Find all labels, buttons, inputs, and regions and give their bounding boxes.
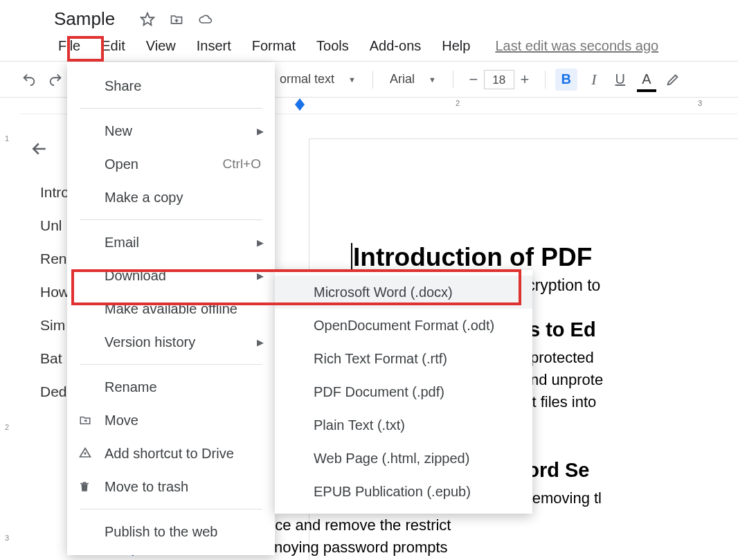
move-folder-icon[interactable]: [169, 12, 184, 27]
trash-icon: [78, 480, 95, 494]
menu-file[interactable]: File: [50, 34, 89, 58]
font-family-value: Arial: [390, 72, 415, 87]
first-line-indent-marker[interactable]: [295, 98, 305, 105]
redo-button[interactable]: [46, 70, 65, 89]
submenu-arrow-icon: ▶: [257, 271, 264, 281]
menu-item-move-to-trash[interactable]: Move to trash: [67, 470, 275, 503]
menu-addons[interactable]: Add-ons: [361, 34, 430, 58]
menu-item-move[interactable]: Move: [67, 404, 275, 437]
chevron-down-icon: ▼: [348, 75, 356, 84]
menu-insert[interactable]: Insert: [188, 34, 240, 58]
shortcut-label: Ctrl+O: [223, 156, 261, 172]
download-submenu: Microsoft Word (.docx) OpenDocument Form…: [275, 270, 532, 514]
italic-button[interactable]: I: [584, 70, 604, 89]
underline-button[interactable]: U: [611, 70, 630, 89]
menu-item-email[interactable]: Email▶: [67, 226, 275, 259]
star-icon[interactable]: [140, 12, 155, 27]
menu-tools[interactable]: Tools: [308, 34, 357, 58]
font-size-decrease[interactable]: −: [463, 69, 484, 90]
download-option-txt[interactable]: Plain Text (.txt): [275, 408, 532, 442]
font-size-input[interactable]: 18: [484, 70, 514, 89]
submenu-arrow-icon: ▶: [257, 126, 264, 136]
menu-item-open[interactable]: OpenCtrl+O: [67, 147, 275, 181]
left-indent-marker[interactable]: [295, 105, 305, 111]
download-option-rtf[interactable]: Rich Text Format (.rtf): [275, 342, 532, 375]
text-color-button[interactable]: A: [637, 70, 656, 89]
submenu-arrow-icon: ▶: [257, 337, 264, 347]
file-menu-dropdown: Share New▶ OpenCtrl+O Make a copy Email▶…: [67, 62, 275, 555]
paragraph-style-value: ormal text: [280, 72, 334, 87]
document-title[interactable]: Sample: [50, 7, 119, 31]
menu-item-add-shortcut[interactable]: Add shortcut to Drive: [67, 437, 275, 470]
download-option-odt[interactable]: OpenDocument Format (.odt): [275, 309, 532, 342]
menu-format[interactable]: Format: [244, 34, 304, 58]
outline-back-button[interactable]: [29, 138, 54, 163]
download-option-pdf[interactable]: PDF Document (.pdf): [275, 375, 532, 408]
menu-item-rename[interactable]: Rename: [67, 370, 275, 404]
menu-item-make-offline[interactable]: Make available offline: [67, 292, 275, 325]
svg-marker-0: [141, 12, 154, 24]
vertical-ruler[interactable]: 1 2 3: [0, 122, 19, 560]
ruler-tick: 3: [698, 99, 702, 107]
heading-1: Introduction of PDF: [351, 243, 738, 272]
paragraph-style-select[interactable]: ormal text ▼: [273, 72, 363, 87]
menu-item-share[interactable]: Share: [67, 69, 275, 102]
docs-app-icon[interactable]: [12, 8, 40, 46]
menubar: File Edit View Insert Format Tools Add-o…: [50, 34, 658, 58]
cloud-status-icon[interactable]: [198, 12, 213, 27]
download-option-docx[interactable]: Microsoft Word (.docx): [275, 276, 532, 309]
menu-item-download[interactable]: Download▶: [67, 259, 275, 292]
menu-help[interactable]: Help: [433, 34, 478, 58]
chevron-down-icon: ▼: [429, 75, 436, 84]
menu-edit[interactable]: Edit: [93, 34, 133, 58]
bold-button[interactable]: B: [555, 69, 577, 91]
download-option-html[interactable]: Web Page (.html, zipped): [275, 442, 532, 475]
last-edit-link[interactable]: Last edit was seconds ago: [495, 38, 658, 54]
menu-item-make-copy[interactable]: Make a copy: [67, 181, 275, 214]
highlight-color-button[interactable]: [663, 70, 683, 89]
menu-item-publish[interactable]: Publish to the web: [67, 515, 275, 548]
font-size-increase[interactable]: +: [514, 69, 535, 90]
download-option-epub[interactable]: EPUB Publication (.epub): [275, 475, 532, 508]
submenu-arrow-icon: ▶: [257, 237, 264, 248]
menu-item-new[interactable]: New▶: [67, 114, 275, 147]
font-family-select[interactable]: Arial ▼: [383, 72, 443, 87]
ruler-tick: 2: [456, 99, 460, 107]
move-icon: [78, 414, 95, 426]
drive-shortcut-icon: [78, 446, 95, 460]
menu-view[interactable]: View: [138, 34, 184, 58]
menu-item-version-history[interactable]: Version history▶: [67, 325, 275, 359]
undo-button[interactable]: [19, 70, 39, 89]
